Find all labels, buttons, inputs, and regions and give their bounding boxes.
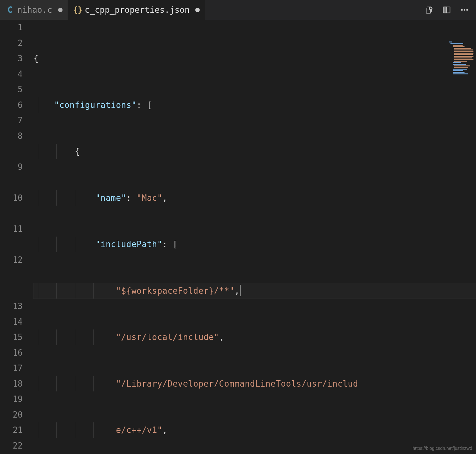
line-number: 10 [0, 190, 23, 206]
svg-rect-5 [443, 7, 447, 13]
json-string: "${workspaceFolder}/**" [116, 286, 234, 296]
split-editor-icon[interactable] [442, 5, 451, 14]
dirty-indicator-icon [195, 8, 200, 12]
watermark: https://blog.csdn.net/justinzwd [413, 446, 472, 451]
punct: : [ [162, 239, 178, 249]
tab-nihao-c[interactable]: C nihao.c [0, 0, 68, 20]
brace: { [33, 54, 39, 63]
json-key: "name" [95, 193, 126, 203]
current-line: "${workspaceFolder}/**", [33, 283, 476, 299]
c-file-icon: C [6, 5, 14, 15]
line-number: 19 [0, 391, 23, 407]
json-string: "/Library/Developer/CommandLineTools/usr… [116, 379, 358, 389]
tab-bar: C nihao.c {} c_cpp_properties.json [0, 0, 476, 20]
line-number: 3 [0, 51, 23, 66]
line-number: 6 [0, 97, 23, 113]
line-number: 9 [0, 159, 23, 175]
tabbar-actions [424, 5, 476, 14]
line-number: 7 [0, 113, 23, 128]
line-number-gutter: 1 2 3 4 5 6 7 8 . 9 . 10 . 11 . 12 . . 1… [0, 20, 33, 454]
json-string: "Mac" [137, 193, 162, 203]
json-key: "includePath" [95, 239, 162, 249]
json-string: "/usr/local/include" [116, 332, 219, 342]
line-number: 21 [0, 422, 23, 438]
svg-point-8 [466, 9, 468, 11]
line-number: 17 [0, 360, 23, 376]
editor[interactable]: 1 2 3 4 5 6 7 8 . 9 . 10 . 11 . 12 . . 1… [0, 20, 476, 454]
code-area[interactable]: { "configurations": [ { "name": "Mac", "… [33, 20, 476, 454]
more-icon[interactable] [460, 5, 469, 14]
tab-c-cpp-properties[interactable]: {} c_cpp_properties.json [68, 0, 205, 20]
json-string: e/c++/v1" [116, 425, 162, 435]
line-number: 22 [0, 438, 23, 454]
line-number: 5 [0, 82, 23, 97]
tab-label: c_cpp_properties.json [85, 5, 190, 15]
line-number: 1 [0, 20, 23, 35]
line-number: 4 [0, 66, 23, 82]
text-cursor [240, 285, 241, 296]
line-number: 11 [0, 221, 23, 237]
punct: : [ [137, 100, 152, 110]
line-number: 18 [0, 376, 23, 392]
line-number: 15 [0, 329, 23, 345]
json-file-icon: {} [73, 5, 82, 14]
tab-label: nihao.c [17, 5, 52, 15]
svg-point-6 [461, 9, 463, 11]
svg-point-7 [464, 9, 465, 11]
line-number: 14 [0, 314, 23, 330]
brace: { [75, 147, 80, 156]
line-number: 8 [0, 128, 23, 144]
line-number: 13 [0, 299, 23, 314]
line-number: 16 [0, 345, 23, 361]
minimap[interactable] [449, 42, 474, 80]
line-number: 20 [0, 407, 23, 423]
line-number: 12 [0, 252, 23, 268]
open-changes-icon[interactable] [424, 5, 433, 14]
json-key: "configurations" [54, 100, 137, 110]
dirty-indicator-icon [58, 8, 63, 12]
line-number: 2 [0, 35, 23, 51]
